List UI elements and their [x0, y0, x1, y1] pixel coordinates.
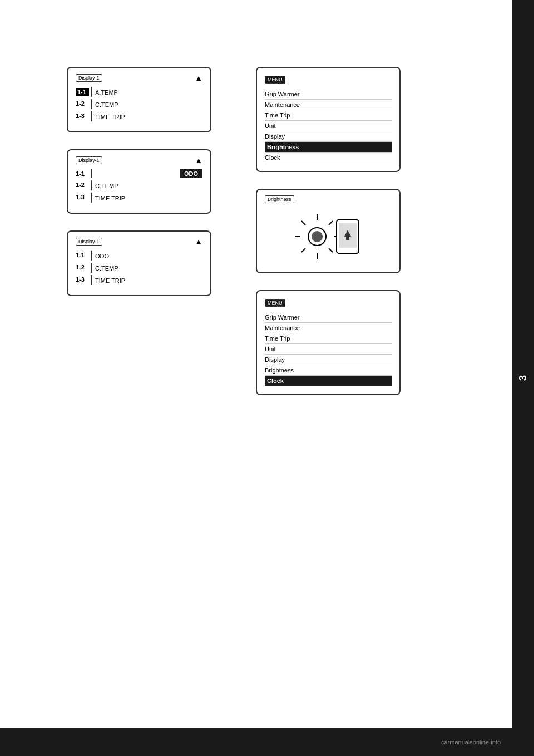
display-row-2-1-1: 1-1 ODO: [76, 169, 202, 178]
menu-item-maintenance-1: Maintenance: [265, 100, 392, 110]
brightness-header: Brightness: [265, 195, 294, 203]
left-column: Display-1 ▲ 1-1 A.TEMP 1-2 C.TEMP: [67, 67, 211, 313]
display-header-2: Display-1 ▲: [76, 156, 202, 165]
display-row-2-1-2: 1-2 C.TEMP: [76, 180, 202, 190]
row-number-3-1-2: 1-2: [76, 264, 89, 271]
menu-item-maintenance-2: Maintenance: [265, 323, 392, 333]
row-value-3-1-2-ctemp: C.TEMP: [95, 264, 118, 273]
menu-header-2: MENU: [265, 297, 392, 309]
row-number-1-3: 1-3: [76, 112, 89, 119]
diagrams-area: Display-1 ▲ 1-1 A.TEMP 1-2 C.TEMP: [0, 67, 512, 728]
brightness-content: [265, 209, 392, 264]
menu-item-brightness-1-active: Brightness: [265, 142, 392, 153]
display-label-1: Display-1: [76, 74, 102, 82]
svg-line-6: [329, 221, 333, 225]
menu-item-brightness-2: Brightness: [265, 365, 392, 376]
menu-item-unit-1: Unit: [265, 121, 392, 131]
row-value-3-1-3-timetrip: TIME TRIP: [95, 276, 125, 285]
watermark-text: carmanualsonline.info: [441, 739, 501, 745]
row-number-1-1: 1-1: [76, 88, 89, 96]
bottom-watermark: carmanualsonline.info: [0, 728, 512, 756]
menu-item-clock-2-active: Clock: [265, 376, 392, 386]
menu-item-grip-warmer-2: Grip Warmer: [265, 312, 392, 323]
display-row-1-1: 1-1 A.TEMP: [76, 87, 202, 97]
display-label-2: Display-1: [76, 156, 102, 164]
row-number-3-1-3: 1-3: [76, 276, 89, 283]
brightness-screen: Brightness: [256, 189, 400, 273]
svg-line-4: [301, 221, 305, 225]
right-column: MENU Grip Warmer Maintenance Time Trip U…: [256, 67, 400, 412]
page-number: 3: [517, 375, 529, 381]
display-row-2-1-3: 1-3 TIME TRIP: [76, 193, 202, 203]
display-row-3-1-3: 1-3 TIME TRIP: [76, 275, 202, 285]
menu-header-1: MENU: [265, 73, 392, 86]
display-row-1-2: 1-2 C.TEMP: [76, 99, 202, 109]
display-row-3-1-2: 1-2 C.TEMP: [76, 263, 202, 273]
svg-line-5: [329, 248, 333, 252]
up-arrow-icon-2: ▲: [195, 156, 202, 165]
menu-item-grip-warmer-1: Grip Warmer: [265, 89, 392, 100]
display-row-3-1-1: 1-1 ODO: [76, 251, 202, 261]
menu-item-time-trip-2: Time Trip: [265, 333, 392, 344]
row-number-2-1-3: 1-3: [76, 194, 89, 200]
menu-item-unit-2: Unit: [265, 344, 392, 355]
display-screen-2: Display-1 ▲ 1-1 ODO 1-2 C.TEMP: [67, 149, 211, 214]
menu-item-clock-1: Clock: [265, 153, 392, 163]
menu-item-time-trip-1: Time Trip: [265, 110, 392, 121]
svg-point-9: [312, 231, 323, 242]
row-value-1-3-timetrip: TIME TRIP: [95, 112, 125, 121]
menu-screen-1: MENU Grip Warmer Maintenance Time Trip U…: [256, 67, 400, 172]
page-container: 3 carmanualsonline.info Display-1 ▲ 1-1 …: [0, 0, 534, 756]
display-label-3: Display-1: [76, 238, 102, 246]
svg-line-7: [301, 248, 305, 252]
row-value-3-1-odo: ODO: [95, 252, 109, 261]
row-number-1-2: 1-2: [76, 100, 89, 107]
row-number-2-1-1: 1-1: [76, 170, 89, 177]
row-value-1-1-atemp: A.TEMP: [95, 88, 118, 97]
display-row-1-3: 1-3 TIME TRIP: [76, 111, 202, 121]
row-number-3-1-1: 1-1: [76, 252, 89, 258]
row-number-2-1-2: 1-2: [76, 181, 89, 188]
row-value-1-2-ctemp: C.TEMP: [95, 100, 118, 109]
menu-item-display-1: Display: [265, 131, 392, 142]
brightness-icon: [289, 209, 367, 264]
row-value-2-1-3-timetrip: TIME TRIP: [95, 194, 125, 203]
row-value-2-1-odo: ODO: [180, 169, 202, 178]
display-header-1: Display-1 ▲: [76, 73, 202, 82]
up-arrow-icon: ▲: [195, 73, 202, 82]
row-value-2-1-2-ctemp: C.TEMP: [95, 181, 118, 190]
side-bar: 3: [512, 0, 534, 756]
menu-screen-2: MENU Grip Warmer Maintenance Time Trip U…: [256, 290, 400, 395]
display-screen-1: Display-1 ▲ 1-1 A.TEMP 1-2 C.TEMP: [67, 67, 211, 132]
display-header-3: Display-1 ▲: [76, 237, 202, 246]
menu-label-2: MENU: [265, 299, 285, 307]
up-arrow-icon-3: ▲: [195, 237, 202, 246]
display-screen-3: Display-1 ▲ 1-1 ODO 1-2 C.TEMP: [67, 230, 211, 296]
menu-item-display-2: Display: [265, 355, 392, 365]
menu-label-1: MENU: [265, 76, 285, 84]
